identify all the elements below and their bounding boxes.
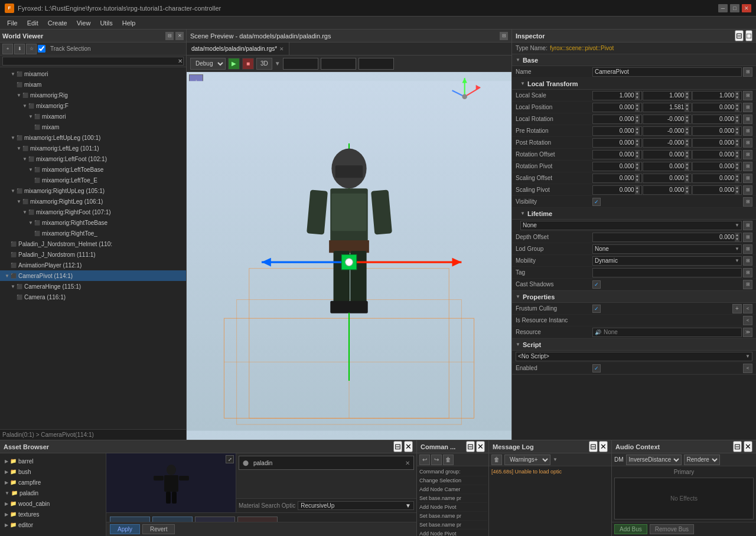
asset-tree-item[interactable]: ▶📁wood_cabin — [0, 498, 106, 509]
lp-x-down[interactable]: ▼ — [635, 107, 640, 112]
wv-import-button[interactable]: ⬇ — [14, 44, 25, 54]
tree-item[interactable]: ▼⬛mixamorig:RightLeg (106:1) — [0, 196, 186, 207]
rot-off-x[interactable]: 0.000▲▼ — [592, 150, 642, 159]
local-pos-expand[interactable]: ⊞ — [743, 103, 752, 112]
search-close-button[interactable]: ✕ — [178, 58, 183, 64]
tree-item[interactable]: ▼⬛mixamorig:RightToeBase — [0, 217, 186, 228]
scene-tab-close[interactable]: ✕ — [279, 46, 284, 52]
ro-x-down[interactable]: ▼ — [635, 155, 640, 159]
tree-item[interactable]: ▼⬛mixamorig:RightUpLeg (105:1) — [0, 185, 186, 196]
pre-rot-x[interactable]: 0.000▲▼ — [592, 126, 642, 136]
ro-z-down[interactable]: ▼ — [735, 155, 739, 159]
por-z-down[interactable]: ▼ — [735, 143, 739, 147]
menu-item-help[interactable]: Help — [118, 18, 141, 28]
visibility-checkbox[interactable]: ✓ — [592, 198, 601, 206]
local-scale-z[interactable]: 1.000 ▲▼ — [692, 91, 742, 100]
frustum-culling-op[interactable]: + — [732, 304, 742, 313]
tree-item[interactable]: ▼⬛mixamori — [0, 68, 186, 79]
lp-y-up[interactable]: ▲ — [685, 103, 689, 107]
local-scale-z-up[interactable]: ▲ — [735, 91, 739, 96]
rot-piv-z[interactable]: 0.000▲▼ — [692, 162, 742, 171]
minimize-button[interactable]: ─ — [718, 4, 728, 12]
scl-piv-y[interactable]: 0.000▲▼ — [643, 185, 692, 195]
apply-button[interactable]: Apply — [110, 524, 140, 534]
lifetime-expand[interactable]: ⊞ — [743, 221, 752, 230]
so-z-down[interactable]: ▼ — [735, 178, 739, 182]
asset-item[interactable]: ...Paladin_n — [237, 517, 278, 522]
rp-x-up[interactable]: ▲ — [635, 162, 640, 166]
sp-y-up[interactable]: ▲ — [685, 186, 689, 190]
so-z-up[interactable]: ▲ — [735, 174, 739, 178]
ro-z-up[interactable]: ▲ — [735, 151, 739, 155]
search-input[interactable] — [2, 57, 184, 66]
resource-instance-expand[interactable]: < — [743, 316, 752, 325]
so-y-up[interactable]: ▲ — [685, 174, 689, 178]
local-scale-y-up[interactable]: ▲ — [685, 91, 689, 96]
lr-z-down[interactable]: ▼ — [735, 119, 739, 123]
tree-item[interactable]: ▼⬛CameraPivot (114:1) — [0, 270, 186, 281]
lr-z-up[interactable]: ▲ — [735, 115, 739, 119]
pre-rot-y[interactable]: -0.000▲▼ — [643, 126, 692, 136]
material-search-select[interactable]: RecursiveUp ▼ — [298, 501, 414, 510]
post-rot-y[interactable]: -0.000▲▼ — [643, 138, 692, 148]
pr-z-up[interactable]: ▲ — [735, 127, 739, 131]
rot-piv-x[interactable]: 0.000▲▼ — [592, 162, 642, 171]
lr-x-up[interactable]: ▲ — [635, 115, 640, 119]
tree-item[interactable]: ⬛mixamorig:RightToe_ — [0, 228, 186, 238]
cl-clear[interactable]: 🗑 — [443, 455, 454, 465]
lp-z-down[interactable]: ▼ — [735, 107, 739, 112]
do-up[interactable]: ▲ — [735, 233, 739, 237]
tree-item[interactable]: ▼⬛mixamorig:Rig — [0, 90, 186, 100]
rot-piv-y[interactable]: 0.000▲▼ — [643, 162, 692, 171]
ml-clear[interactable]: 🗑 — [491, 455, 502, 465]
local-scale-x-down[interactable]: ▼ — [635, 96, 640, 100]
lifetime-dropdown[interactable]: None ▼ — [520, 221, 742, 230]
ro-y-down[interactable]: ▼ — [685, 155, 689, 159]
add-bus-button[interactable]: Add Bus — [614, 524, 647, 534]
tree-item[interactable]: ▼⬛CameraHinge (115:1) — [0, 281, 186, 292]
local-pos-y[interactable]: 1.581▲▼ — [643, 103, 692, 112]
track-selection-checkbox[interactable] — [38, 45, 45, 53]
local-scale-z-down[interactable]: ▼ — [735, 96, 739, 100]
por-x-up[interactable]: ▲ — [635, 139, 640, 143]
tag-expand[interactable]: ⊞ — [743, 268, 752, 277]
so-x-up[interactable]: ▲ — [635, 174, 640, 178]
asset-item[interactable]: ...Paladin_d — [195, 517, 235, 522]
pr-x-up[interactable]: ▲ — [635, 127, 640, 131]
local-pos-x[interactable]: 0.000▲▼ — [592, 103, 642, 112]
depth-offset-value[interactable]: 0.000 ▲▼ — [592, 233, 742, 242]
tree-item[interactable]: ⬛mixam — [0, 122, 186, 132]
ml-close[interactable]: ✕ — [599, 441, 608, 452]
tree-item[interactable]: ▼⬛mixamorig:LeftFoot (102:1) — [0, 153, 186, 164]
world-viewer-close[interactable]: ✕ — [175, 32, 184, 40]
rp-z-down[interactable]: ▼ — [735, 166, 739, 171]
asset-tree-item[interactable]: ▶📁bush — [0, 466, 106, 477]
scene-tab-active[interactable]: data/models/paladin/paladin.rgs* ✕ — [187, 43, 289, 55]
mobility-expand[interactable]: ⊞ — [743, 256, 752, 266]
visibility-expand[interactable]: ⊞ — [743, 197, 752, 207]
local-scale-x[interactable]: 1.000 ▲▼ — [592, 91, 642, 100]
script-enabled-expand[interactable]: < — [743, 364, 752, 373]
view-mode-button[interactable]: 3D — [256, 58, 272, 70]
rot-piv-expand[interactable]: ⊞ — [743, 162, 752, 171]
local-rot-z[interactable]: 0.000▲▼ — [692, 115, 742, 124]
script-enabled-checkbox[interactable]: ✓ — [592, 364, 601, 372]
remove-bus-button[interactable]: Remove Bus — [650, 524, 694, 534]
tree-item[interactable]: ⬛mixam — [0, 79, 186, 90]
lp-y-down[interactable]: ▼ — [685, 107, 689, 112]
menu-item-edit[interactable]: Edit — [22, 18, 43, 28]
cast-shadows-checkbox[interactable]: ✓ — [592, 280, 601, 289]
scl-piv-x[interactable]: 0.000▲▼ — [592, 185, 642, 195]
maximize-button[interactable]: □ — [730, 4, 739, 12]
tree-item[interactable]: ▼⬛mixamorig:RightFoot (107:1) — [0, 207, 186, 217]
lod-group-dropdown[interactable]: None ▼ — [592, 244, 742, 254]
revert-button[interactable]: Revert — [142, 524, 175, 534]
renderer-type-select[interactable]: Rendere — [684, 455, 720, 465]
renderer-select[interactable]: InverseDistance — [626, 455, 682, 465]
resource-expand[interactable]: ≫ — [743, 328, 752, 337]
lifetime-header[interactable]: ▼ Lifetime — [512, 208, 756, 220]
tag-value[interactable] — [592, 268, 742, 277]
tree-item[interactable]: ▼⬛mixamorig:LeftUpLeg (100:1) — [0, 132, 186, 143]
rp-y-down[interactable]: ▼ — [685, 166, 689, 171]
scl-off-z[interactable]: 0.000▲▼ — [692, 174, 742, 183]
